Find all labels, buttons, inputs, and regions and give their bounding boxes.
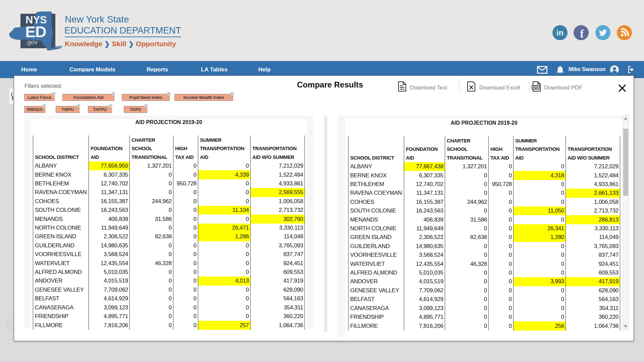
svg-text:in: in [556,28,564,37]
svg-text:PDF: PDF [533,86,539,89]
svg-text:f: f [580,27,584,40]
